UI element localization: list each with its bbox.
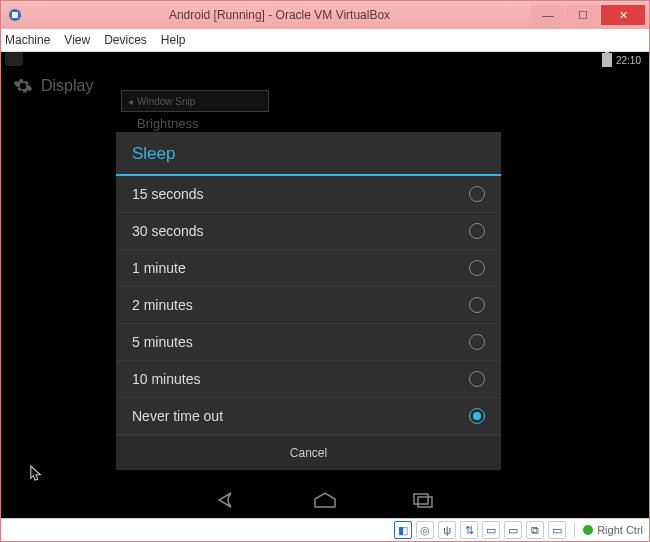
svg-rect-2 (414, 494, 428, 504)
radio-icon-selected (469, 408, 485, 424)
status-clock: 22:10 (616, 55, 641, 66)
settings-gear-icon (13, 76, 33, 96)
radio-icon (469, 334, 485, 350)
menu-help[interactable]: Help (161, 33, 186, 47)
hostkey-label: Right Ctrl (597, 524, 643, 536)
radio-icon (469, 371, 485, 387)
window-snip-artifact: ◂Window Snip (121, 90, 269, 112)
radio-icon (469, 186, 485, 202)
display-icon[interactable]: ▭ (504, 521, 522, 539)
sleep-option-0[interactable]: 15 seconds (116, 176, 501, 213)
usb-icon[interactable]: ψ (438, 521, 456, 539)
svg-rect-3 (418, 497, 432, 507)
hostkey-led-icon (583, 525, 593, 535)
close-button[interactable]: ✕ (601, 5, 645, 25)
maximize-button[interactable]: ☐ (566, 5, 600, 25)
dialog-title: Sleep (116, 132, 501, 176)
sleep-option-6[interactable]: Never time out (116, 398, 501, 435)
shared-folder-icon[interactable]: ▭ (482, 521, 500, 539)
radio-icon (469, 260, 485, 276)
svg-rect-1 (12, 12, 18, 18)
sleep-option-2[interactable]: 1 minute (116, 250, 501, 287)
minimize-button[interactable]: — (531, 5, 565, 25)
sleep-option-3[interactable]: 2 minutes (116, 287, 501, 324)
window-title: Android [Running] - Oracle VM VirtualBox (29, 8, 530, 22)
settings-header[interactable]: Display (13, 76, 93, 96)
menu-devices[interactable]: Devices (104, 33, 147, 47)
menubar: Machine View Devices Help (1, 29, 649, 52)
sleep-option-4[interactable]: 5 minutes (116, 324, 501, 361)
recent-apps-icon[interactable] (409, 491, 437, 509)
brightness-row[interactable]: Brightness (137, 116, 198, 131)
sleep-dialog: Sleep 15 seconds 30 seconds 1 minute 2 m… (116, 132, 501, 470)
option-label: Never time out (132, 408, 223, 424)
virtualbox-window: Android [Running] - Oracle VM VirtualBox… (0, 0, 650, 542)
virtualbox-status-bar: ◧ ◎ ψ ⇅ ▭ ▭ ⧉ ▭ Right Ctrl (1, 518, 649, 541)
option-label: 15 seconds (132, 186, 204, 202)
titlebar[interactable]: Android [Running] - Oracle VM VirtualBox… (1, 1, 649, 29)
network-icon[interactable]: ⇅ (460, 521, 478, 539)
settings-title: Display (41, 77, 93, 95)
hard-disk-icon[interactable]: ◧ (394, 521, 412, 539)
mouse-integration-icon[interactable]: ▭ (548, 521, 566, 539)
radio-icon (469, 223, 485, 239)
menu-machine[interactable]: Machine (5, 33, 50, 47)
sleep-option-1[interactable]: 30 seconds (116, 213, 501, 250)
radio-icon (469, 297, 485, 313)
option-label: 1 minute (132, 260, 186, 276)
sleep-option-5[interactable]: 10 minutes (116, 361, 501, 398)
vm-preview-tab[interactable] (5, 52, 23, 66)
menu-view[interactable]: View (64, 33, 90, 47)
android-status-bar[interactable]: 22:10 (602, 52, 641, 68)
status-separator (574, 523, 575, 537)
option-label: 2 minutes (132, 297, 193, 313)
optical-disc-icon[interactable]: ◎ (416, 521, 434, 539)
guest-display[interactable]: 22:10 Display ◂Window Snip Brightness Sl… (1, 52, 649, 518)
host-key-indicator[interactable]: Right Ctrl (583, 524, 643, 536)
battery-icon (602, 53, 612, 67)
virtualbox-icon (7, 7, 23, 23)
option-label: 30 seconds (132, 223, 204, 239)
back-icon[interactable] (213, 491, 241, 509)
video-capture-icon[interactable]: ⧉ (526, 521, 544, 539)
home-icon[interactable] (311, 491, 339, 509)
option-label: 5 minutes (132, 334, 193, 350)
android-nav-bar (1, 482, 649, 518)
window-controls: — ☐ ✕ (530, 5, 645, 25)
dialog-cancel-button[interactable]: Cancel (116, 435, 501, 470)
mouse-cursor-icon (29, 464, 43, 482)
option-label: 10 minutes (132, 371, 200, 387)
